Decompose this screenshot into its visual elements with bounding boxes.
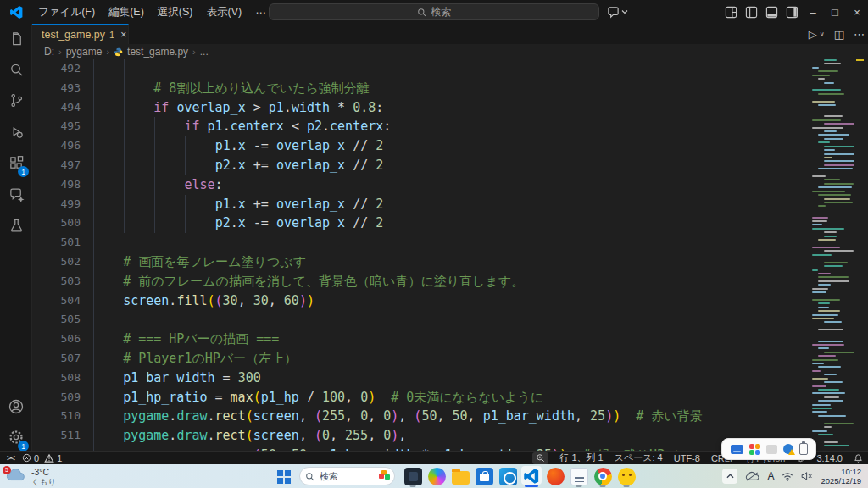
minimap[interactable]	[810, 59, 854, 451]
toggle-sidebar-icon[interactable]	[741, 0, 761, 24]
problems-indicator[interactable]: 0 1	[22, 453, 62, 463]
code-line-505[interactable]: 505	[32, 310, 868, 330]
code-line-499[interactable]: 499p1.x += overlap_x // 2	[32, 195, 868, 214]
tab-close-icon[interactable]: ×	[120, 29, 126, 41]
code-line-507[interactable]: 507# Player1のHPバー（左上）	[32, 349, 868, 369]
taskbar-app-chrome[interactable]	[591, 465, 615, 487]
code-line-509[interactable]: 509p1_hp_ratio = max(p1_hp / 100, 0) # 0…	[32, 388, 868, 408]
code-line-498[interactable]: 498else:	[32, 175, 868, 195]
window-minimize-button[interactable]: –	[802, 0, 824, 24]
menu-file[interactable]: ファイル(F)	[31, 3, 102, 22]
customize-layout-icon[interactable]	[721, 0, 741, 24]
taskbar-app-explorer[interactable]	[448, 465, 472, 487]
chat-icon[interactable]	[0, 180, 32, 208]
menu-selection[interactable]: 選択(S)	[151, 3, 200, 22]
speaker-mute-icon[interactable]	[801, 471, 813, 481]
palette-icon[interactable]	[749, 444, 760, 455]
code-line-502[interactable]: 502# 画面を毎フレーム塗りつぶす	[32, 252, 868, 272]
search-sidebar-icon[interactable]	[0, 55, 32, 84]
extensions-icon[interactable]: 1	[0, 148, 32, 177]
code-editor[interactable]: 492493# 8割以上めり込んでいたら強制分離494if overlap_x …	[32, 59, 868, 451]
explorer-icon[interactable]	[0, 25, 32, 53]
ime-mode-indicator[interactable]: A	[767, 470, 774, 482]
indent-guide	[124, 117, 125, 136]
settings-gear-icon[interactable]: 1	[0, 423, 32, 452]
code-line-506[interactable]: 506# === HPバーの描画 ===	[32, 330, 868, 349]
taskbar-app-store[interactable]	[472, 465, 496, 487]
notepad-icon	[570, 468, 588, 485]
cursor-position[interactable]: 行 1、列 1	[559, 452, 603, 464]
editor-more-actions-icon[interactable]: ⋯	[854, 28, 865, 41]
code-line-501[interactable]: 501	[32, 233, 868, 252]
titlebar: ファイル(F) 編集(E) 選択(S) 表示(V) ⋯ ← → 検索	[0, 0, 868, 24]
breadcrumb-drive[interactable]: D:	[44, 46, 54, 58]
code-line-493[interactable]: 493# 8割以上めり込んでいたら強制分離	[32, 79, 868, 98]
code-line-495[interactable]: 495if p1.centerx < p2.centerx:	[32, 117, 868, 136]
line-number: 504	[32, 291, 81, 311]
taskbar-app-darkapp[interactable]	[401, 465, 425, 487]
testing-icon[interactable]	[0, 211, 32, 240]
indentation-setting[interactable]: スペース: 4	[615, 452, 663, 464]
python-version[interactable]: 3.14.0	[816, 453, 843, 463]
notifications-bell-icon[interactable]	[854, 453, 863, 463]
code-line-492[interactable]: 492	[32, 59, 868, 79]
code-line-494[interactable]: 494if overlap_x > p1.width * 0.8:	[32, 98, 868, 118]
indent-guide	[93, 369, 94, 388]
code-line-497[interactable]: 497p2.x += overlap_x // 2	[32, 156, 868, 175]
start-button[interactable]	[273, 466, 293, 486]
account-icon[interactable]	[0, 392, 32, 421]
onedrive-paused-icon[interactable]	[745, 471, 760, 482]
overview-ruler[interactable]	[854, 59, 868, 451]
encoding-setting[interactable]: UTF-8	[674, 453, 700, 463]
minimap-line	[818, 415, 846, 417]
code-line-503[interactable]: 503# 前のフレームの描画を消して、背景色（暗い青）に塗り直します。	[32, 272, 868, 291]
remote-indicator-icon[interactable]: ><	[7, 453, 14, 463]
window-maximize-button[interactable]: □	[824, 0, 846, 24]
code-line-500[interactable]: 500p2.x -= overlap_x // 2	[32, 214, 868, 233]
toggle-secondary-sidebar-icon[interactable]	[782, 0, 802, 24]
toggle-panel-icon[interactable]	[761, 0, 782, 24]
minimap-line	[824, 236, 837, 237]
breadcrumb-more[interactable]: ...	[200, 46, 209, 58]
breadcrumb-folder[interactable]: pygame	[66, 46, 103, 58]
code-line-504[interactable]: 504screen.fill((30, 30, 60))	[32, 291, 868, 311]
run-chevron-icon[interactable]: ∨	[820, 30, 825, 38]
clock[interactable]: 10:12 2025/12/19	[821, 467, 861, 485]
taskbar-app-copilot[interactable]	[425, 465, 448, 487]
taskbar-app-browser[interactable]	[543, 465, 567, 487]
source-control-icon[interactable]	[0, 86, 32, 114]
alert-bubble-icon[interactable]	[783, 444, 793, 454]
taskbar-search-box[interactable]: 検索	[299, 467, 395, 485]
indent-guide	[93, 175, 94, 195]
code-line-510[interactable]: 510pygame.draw.rect(screen, (255, 0, 0),…	[32, 407, 868, 426]
run-python-button[interactable]: ▷	[809, 28, 817, 41]
code-line-496[interactable]: 496p1.x -= overlap_x // 2	[32, 136, 868, 156]
taskbar-app-notepad[interactable]	[567, 465, 591, 487]
run-debug-icon[interactable]	[0, 117, 32, 146]
disabled-tool-icon[interactable]	[766, 445, 777, 454]
magnifier-zoom-icon[interactable]	[532, 452, 548, 464]
show-hidden-icons-chevron[interactable]	[722, 469, 737, 484]
wifi-icon[interactable]	[782, 472, 793, 481]
menu-view[interactable]: 表示(V)	[199, 3, 248, 22]
command-center-search[interactable]: 検索	[269, 3, 599, 20]
clipboard-icon[interactable]	[799, 443, 808, 455]
code-line-508[interactable]: 508p1_bar_width = 300	[32, 369, 868, 388]
indent-guide	[93, 407, 94, 426]
taskbar-app-outlook[interactable]	[496, 465, 520, 487]
window-close-button[interactable]: ×	[846, 0, 868, 24]
breadcrumb-file[interactable]: test_game.py	[127, 46, 188, 58]
display-icon[interactable]	[731, 445, 743, 454]
line-number: 505	[32, 310, 81, 330]
active-app-indicator	[525, 485, 538, 487]
tab-test-game[interactable]: test_game.py 1 ×	[32, 24, 129, 44]
minimap-line	[812, 254, 832, 256]
taskbar-app-vscode[interactable]	[520, 465, 543, 487]
code-text: p1.x += overlap_x // 2	[215, 195, 384, 214]
menu-edit[interactable]: 編集(E)	[102, 3, 151, 22]
taskbar-app-chick[interactable]	[615, 465, 638, 487]
line-number: 496	[32, 136, 81, 156]
copilot-button[interactable]	[607, 0, 628, 24]
split-editor-icon[interactable]: ◫	[834, 28, 844, 41]
weather-widget[interactable]: 5 -3°C くもり	[5, 465, 56, 487]
